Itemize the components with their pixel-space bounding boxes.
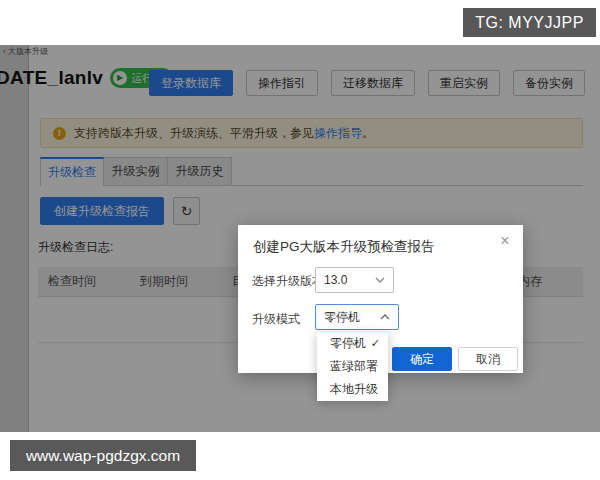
site-watermark: www.wap-pgdzgx.com xyxy=(10,440,196,471)
option-zero-downtime[interactable]: 零停机 ✓ xyxy=(317,332,388,355)
check-icon: ✓ xyxy=(371,337,380,350)
option-label: 蓝绿部署 xyxy=(330,358,378,375)
chevron-down-icon xyxy=(375,277,385,283)
modal-footer: 确定 取消 xyxy=(392,347,518,371)
option-label: 零停机 xyxy=(330,335,366,352)
modal-title: 创建PG大版本升级预检查报告 xyxy=(253,238,435,256)
upgrade-version-select[interactable]: 13.0 xyxy=(315,267,394,293)
tg-watermark: TG: MYYJJPP xyxy=(463,8,596,37)
upgrade-mode-select[interactable]: 零停机 xyxy=(315,304,399,330)
confirm-button[interactable]: 确定 xyxy=(392,347,452,371)
chevron-up-icon xyxy=(380,314,390,320)
upgrade-mode-value: 零停机 xyxy=(324,309,360,326)
close-icon[interactable]: × xyxy=(497,233,513,249)
option-blue-green-deploy[interactable]: 蓝绿部署 xyxy=(317,355,388,378)
option-local-upgrade[interactable]: 本地升级 xyxy=(317,378,388,401)
cancel-button[interactable]: 取消 xyxy=(458,347,518,371)
upgrade-version-value: 13.0 xyxy=(324,273,347,287)
upgrade-mode-dropdown: 零停机 ✓ 蓝绿部署 本地升级 xyxy=(317,332,388,401)
option-label: 本地升级 xyxy=(330,381,378,398)
console-page: ‹ 大版本升级 DATE_lanlv ▶ 运行中 登录数据库 操作指引 迁移数据… xyxy=(0,45,600,432)
upgrade-mode-label: 升级模式 xyxy=(252,311,300,328)
